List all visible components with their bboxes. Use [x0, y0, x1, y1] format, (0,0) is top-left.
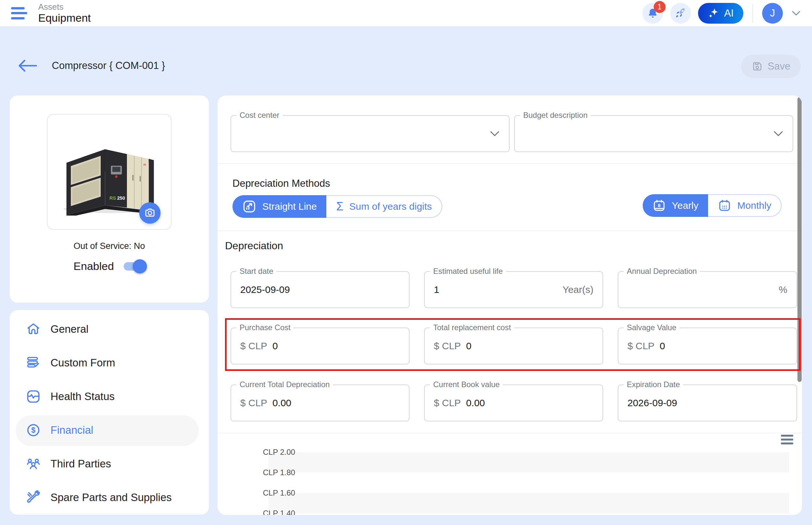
- calendar-year-icon: 8: [652, 199, 666, 212]
- period-yearly-button[interactable]: 8 Yearly: [643, 194, 708, 217]
- purchase-cost-field[interactable]: Purchase Cost $ CLP 0: [231, 328, 410, 364]
- save-button-label: Save: [768, 61, 791, 72]
- trend-chart-icon: [242, 199, 256, 214]
- menu-icon[interactable]: [11, 7, 27, 19]
- sigma-icon: Σ: [336, 201, 343, 212]
- model-prefix: RS: [109, 195, 116, 201]
- asset-title: Compressor { COM-001 }: [52, 60, 165, 72]
- divider: [218, 433, 802, 433]
- cost-center-select[interactable]: Cost center: [231, 115, 510, 152]
- field-label: Expiration Date: [623, 380, 683, 389]
- enabled-toggle[interactable]: [124, 262, 145, 271]
- change-photo-button[interactable]: [139, 202, 161, 224]
- chevron-down-icon: [774, 131, 783, 136]
- save-icon: [751, 61, 763, 72]
- chart-band: [268, 452, 789, 472]
- whats-new-button[interactable]: [670, 3, 691, 24]
- sidebar-item-label: Custom Form: [50, 357, 115, 369]
- financial-panel: Cost center Budget description Depreciat…: [218, 95, 802, 515]
- sidebar-item-health-status[interactable]: Health Status: [26, 387, 115, 406]
- method-straight-line-button[interactable]: Straight Line: [233, 195, 326, 218]
- svg-text:8: 8: [658, 203, 661, 208]
- start-date-field[interactable]: Start date 2025-09-09: [231, 271, 410, 308]
- currency-prefix: $ CLP: [240, 341, 267, 351]
- field-value: 2025-09-09: [240, 284, 290, 295]
- page-title: Equipment: [38, 12, 91, 24]
- rocket-icon: [675, 7, 687, 19]
- currency-prefix: $ CLP: [240, 397, 267, 408]
- field-label: Annual Depreciation: [623, 267, 700, 276]
- sparkles-icon: [708, 7, 719, 19]
- field-value: 0.00: [466, 397, 485, 408]
- period-label: Monthly: [737, 200, 771, 211]
- divider: [218, 163, 802, 164]
- divider: [218, 230, 802, 231]
- field-label: Purchase Cost: [236, 323, 294, 332]
- sidebar-item-label: Health Status: [50, 390, 115, 403]
- field-label: Current Total Depreciation: [236, 380, 333, 389]
- annual-depreciation-field[interactable]: Annual Depreciation %: [618, 271, 797, 308]
- people-group-icon: [26, 456, 41, 471]
- depreciation-methods-heading: Depreciation Methods: [233, 178, 330, 189]
- field-label: Total replacement cost: [430, 323, 514, 332]
- budget-description-label: Budget description: [520, 111, 591, 120]
- enabled-label: Enabled: [74, 260, 114, 272]
- sidebar-item-label: Spare Parts and Supplies: [50, 491, 172, 504]
- back-arrow-icon[interactable]: [17, 59, 38, 73]
- chart-context-menu-icon[interactable]: [781, 435, 793, 445]
- top-bar: Assets Equipment 1: [0, 0, 812, 26]
- field-value: 1: [434, 284, 439, 295]
- period-monthly-button[interactable]: Monthly: [708, 194, 782, 217]
- salvage-value-field[interactable]: Salvage Value $ CLP 0: [618, 328, 797, 364]
- home-icon: [26, 322, 41, 336]
- current-book-value-field[interactable]: Current Book value $ CLP 0.00: [424, 385, 603, 421]
- chart-y-tick: CLP 2.00: [263, 448, 295, 457]
- useful-life-field[interactable]: Estimated useful life 1 Year(s): [424, 271, 603, 308]
- field-label: Current Book value: [430, 380, 503, 389]
- svg-text:IR: IR: [143, 163, 146, 166]
- sidebar-item-financial[interactable]: $ Financial: [26, 421, 93, 439]
- camera-icon: [144, 207, 156, 219]
- field-label: Estimated useful life: [430, 267, 506, 276]
- current-total-depreciation-field[interactable]: Current Total Depreciation $ CLP 0.00: [231, 385, 410, 421]
- calendar-month-icon: [718, 199, 732, 212]
- sidebar-item-label: Third Parties: [50, 458, 111, 470]
- asset-sections-nav: General Custom Form Health Status: [10, 310, 209, 515]
- asset-photo-card: RS250 IR Out of Service: No E: [10, 95, 209, 303]
- account-menu-chevron-icon[interactable]: [792, 11, 800, 16]
- depreciation-method-toggle: Straight Line Σ Sum of years digits: [233, 195, 442, 218]
- sidebar-item-custom-form[interactable]: Custom Form: [26, 354, 115, 372]
- budget-description-select[interactable]: Budget description: [514, 115, 793, 152]
- field-suffix: %: [779, 284, 787, 295]
- sidebar-item-general[interactable]: General: [26, 320, 88, 338]
- field-label: Start date: [236, 267, 277, 276]
- chart-y-tick: CLP 1.60: [263, 489, 295, 497]
- ai-assistant-button[interactable]: AI: [698, 3, 743, 24]
- method-label: Straight Line: [262, 201, 316, 212]
- sidebar-item-spare-parts[interactable]: Spare Parts and Supplies: [26, 489, 172, 507]
- notifications-button[interactable]: 1: [643, 3, 663, 24]
- form-pencil-icon: [26, 355, 41, 370]
- field-value: 0: [272, 341, 278, 351]
- out-of-service-status: Out of Service: No: [10, 241, 209, 251]
- svg-text:RS250: RS250: [109, 195, 125, 201]
- expiration-date-field[interactable]: Expiration Date 2026-09-09: [618, 385, 797, 421]
- chevron-down-icon: [490, 131, 499, 136]
- tools-icon: [26, 490, 41, 505]
- save-button[interactable]: Save: [741, 55, 801, 78]
- model-number: 250: [117, 195, 125, 201]
- user-avatar[interactable]: J: [762, 3, 783, 24]
- panel-scrollbar[interactable]: [797, 97, 802, 382]
- sidebar-item-label: General: [50, 323, 88, 335]
- breadcrumb-section: Assets: [38, 2, 91, 12]
- field-value: 0: [466, 341, 471, 351]
- replacement-cost-field[interactable]: Total replacement cost $ CLP 0: [424, 328, 603, 364]
- page-title-block: Assets Equipment: [38, 2, 91, 24]
- method-sum-of-years-button[interactable]: Σ Sum of years digits: [326, 195, 442, 218]
- page-content: Compressor { COM-001 } Save: [0, 26, 812, 525]
- period-toggle: 8 Yearly Monthly: [643, 194, 782, 217]
- currency-prefix: $ CLP: [434, 341, 461, 351]
- depreciation-heading: Depreciation: [225, 240, 283, 252]
- sidebar-item-label: Financial: [50, 424, 93, 436]
- sidebar-item-third-parties[interactable]: Third Parties: [26, 455, 111, 473]
